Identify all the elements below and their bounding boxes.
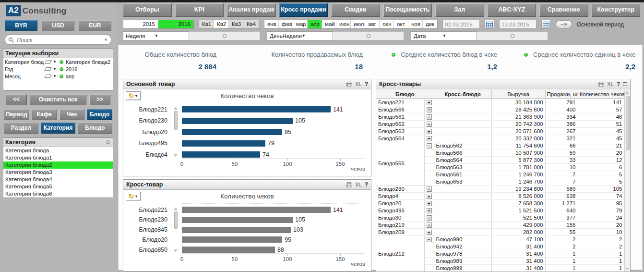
- cell-cross-dish[interactable]: Блюдо978: [434, 250, 491, 257]
- nav-tab-8[interactable]: Сравнение: [539, 3, 588, 17]
- dim-tab-1-1[interactable]: Кафе: [32, 109, 57, 120]
- xl-icon[interactable]: XL: [355, 81, 361, 87]
- nav-tab-5[interactable]: Посещаемость: [383, 3, 432, 17]
- cell-cross-dish[interactable]: Блюдо561: [434, 171, 491, 178]
- date-from-calendar-button[interactable]: [485, 20, 494, 29]
- nav-tab-6[interactable]: Зал: [435, 3, 484, 17]
- bar[interactable]: [182, 106, 331, 112]
- search-input[interactable]: [16, 37, 102, 43]
- col-header-checks[interactable]: Количество чеков: [578, 90, 624, 99]
- cell-cross-dish[interactable]: Блюдо653: [434, 178, 491, 185]
- bar[interactable]: [182, 236, 282, 243]
- chart-scrollbar[interactable]: [174, 107, 178, 157]
- fast-change-button[interactable]: ↻ ▼: [126, 192, 141, 200]
- cell-dish[interactable]: Блюдо20: [376, 199, 424, 207]
- search-dropdown-icon[interactable]: ▼: [104, 37, 108, 42]
- dim-tab-1-0[interactable]: Период: [4, 109, 29, 120]
- expand-plus-icon[interactable]: +: [427, 215, 432, 221]
- month-listbox-cell[interactable]: сен: [380, 20, 394, 28]
- nav-tab-2[interactable]: Анализ продаж: [227, 3, 276, 17]
- bar[interactable]: [182, 207, 331, 213]
- month-listbox-cell[interactable]: ноя: [408, 20, 423, 28]
- expand-plus-icon[interactable]: +: [427, 100, 432, 105]
- dim-tab-2-1[interactable]: Категория: [41, 123, 75, 134]
- month-listbox-cell[interactable]: дек: [423, 20, 437, 28]
- month-listbox-cell[interactable]: апр: [308, 20, 322, 28]
- cell-dish[interactable]: Блюдо212: [376, 235, 424, 272]
- cell-dish[interactable]: Блюдо209: [376, 228, 424, 235]
- slider-knob[interactable]: [222, 34, 227, 38]
- scroll-up-icon[interactable]: [174, 107, 178, 110]
- cell-cross-dish[interactable]: [434, 113, 491, 120]
- expand-plus-icon[interactable]: +: [427, 114, 432, 120]
- nav-tab-4[interactable]: Скидки: [331, 3, 380, 17]
- bar[interactable]: [182, 217, 293, 223]
- currency-button-usd[interactable]: USD: [42, 20, 74, 31]
- month-listbox-cell[interactable]: авг: [365, 20, 380, 28]
- cell-cross-dish[interactable]: Блюдо999: [434, 264, 491, 272]
- xl-icon[interactable]: XL: [355, 182, 361, 187]
- cell-dish[interactable]: Блюдо563: [376, 127, 424, 135]
- dim-tab-1-3[interactable]: Блюдо: [87, 109, 112, 120]
- list-item[interactable]: Категория блюда1: [3, 154, 113, 161]
- cell-cross-dish[interactable]: [434, 214, 491, 221]
- expand-plus-icon[interactable]: +: [427, 194, 432, 199]
- help-icon[interactable]: ?: [365, 181, 368, 188]
- expand-plus-icon[interactable]: +: [427, 136, 432, 141]
- bar[interactable]: [182, 151, 260, 158]
- period-slider-1[interactable]: [333, 31, 404, 40]
- cell-cross-dish[interactable]: [434, 99, 491, 106]
- cell-dish[interactable]: Блюдо565: [376, 142, 424, 185]
- col-header-sales[interactable]: Продажи, шт.: [545, 90, 578, 99]
- expand-plus-icon[interactable]: +: [427, 223, 432, 228]
- scroll-down-icon[interactable]: [625, 268, 629, 271]
- nav-tab-7[interactable]: ABC-XYZ: [488, 3, 537, 17]
- quarter-listbox-cell[interactable]: Кв4: [244, 20, 259, 28]
- cell-cross-dish[interactable]: [434, 127, 491, 135]
- cell-dish[interactable]: Блюдо566: [376, 106, 424, 113]
- month-listbox-cell[interactable]: окт: [394, 20, 408, 28]
- currency-button-byr[interactable]: BYR: [5, 20, 37, 31]
- expand-plus-icon[interactable]: +: [427, 208, 432, 213]
- help-icon[interactable]: ?: [365, 81, 368, 87]
- print-icon[interactable]: [346, 82, 352, 87]
- expand-plus-icon[interactable]: +: [427, 230, 432, 235]
- cell-dish[interactable]: Блюдо4: [376, 192, 424, 199]
- nav-tab-9[interactable]: Конструктор: [592, 3, 641, 17]
- cell-dish[interactable]: Блюдо561: [376, 113, 424, 120]
- slider-knob[interactable]: [366, 34, 370, 38]
- cell-dish[interactable]: Блюдо564: [376, 135, 424, 142]
- chart-scrollbar[interactable]: [174, 207, 178, 252]
- eraser-icon[interactable]: [44, 74, 52, 78]
- eraser-icon[interactable]: [44, 67, 52, 71]
- clear-all-button[interactable]: Очистить все: [30, 94, 86, 105]
- nav-tab-1[interactable]: KPI: [175, 3, 224, 17]
- period-dropdown-2[interactable]: Дата▼: [411, 31, 477, 40]
- cell-cross-dish[interactable]: Блюдо942: [434, 243, 491, 250]
- cell-dish[interactable]: Блюдо221: [376, 99, 424, 106]
- cell-dish[interactable]: Блюдо219: [376, 221, 424, 228]
- slider-knob[interactable]: [510, 34, 514, 38]
- bar[interactable]: [182, 247, 275, 253]
- month-listbox-cell[interactable]: май: [322, 20, 336, 28]
- cell-dish[interactable]: Блюдо562: [376, 120, 424, 127]
- month-listbox-cell[interactable]: июн: [336, 20, 351, 28]
- col-header-revenue[interactable]: Выручка: [491, 90, 545, 99]
- eraser-icon[interactable]: [44, 60, 52, 63]
- search-box[interactable]: ▼: [5, 35, 111, 45]
- scroll-up-icon[interactable]: [625, 91, 629, 94]
- cell-dish[interactable]: Блюдо230: [376, 185, 424, 192]
- expand-plus-icon[interactable]: +: [427, 107, 432, 112]
- date-to-calendar-button[interactable]: [541, 20, 551, 29]
- list-item[interactable]: Категория блюда: [3, 147, 113, 154]
- cell-cross-dish[interactable]: [434, 120, 491, 127]
- cell-dish[interactable]: Блюдо30: [376, 214, 424, 221]
- list-item[interactable]: Категория блюда3: [3, 169, 113, 176]
- cell-dish[interactable]: Блюдо495: [376, 207, 424, 214]
- nav-tab-3[interactable]: Кросс продажи: [279, 3, 328, 17]
- bar[interactable]: [182, 140, 265, 147]
- cell-cross-dish[interactable]: [434, 106, 491, 113]
- date-to-input[interactable]: [499, 20, 537, 29]
- year-listbox-cell[interactable]: 2016: [158, 20, 193, 28]
- dim-tab-2-2[interactable]: Блюдо: [78, 123, 112, 134]
